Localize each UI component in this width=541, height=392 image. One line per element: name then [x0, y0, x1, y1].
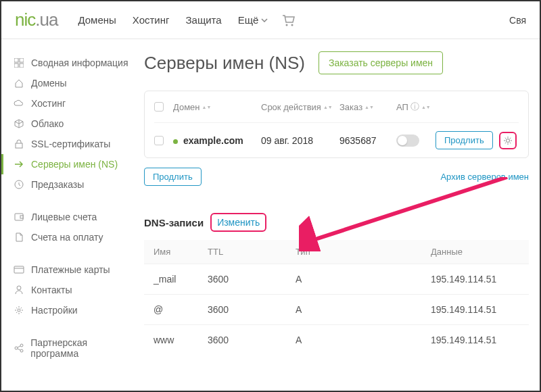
dns-row: _mail 3600 A 195.149.114.51: [144, 264, 529, 294]
dns-ttl: 3600: [208, 335, 296, 345]
table-header: Домен▲▼ Срок действия▲▼ Заказ▲▼ АП ⓘ▲▼: [154, 91, 519, 122]
svg-rect-8: [15, 214, 23, 220]
archive-link[interactable]: Архив серверов имен: [440, 172, 529, 182]
sidebar-item-label: Счета на оплату: [31, 232, 103, 243]
domain-name: example.com: [183, 135, 243, 146]
clock-icon: [14, 179, 24, 190]
svg-point-14: [15, 347, 18, 349]
sidebar-item-ssl[interactable]: SSL-сертификаты: [14, 134, 133, 154]
home-icon: [14, 78, 24, 89]
col-ap[interactable]: АП ⓘ▲▼: [396, 101, 436, 113]
dns-col-data: Данные: [431, 247, 519, 257]
card-icon: [14, 264, 24, 275]
sidebar-item-label: Облако: [31, 118, 64, 129]
select-all-checkbox[interactable]: [154, 102, 164, 112]
dns-type: A: [296, 304, 431, 315]
renew-selected-button[interactable]: Продлить: [144, 168, 202, 186]
cloud-icon: [14, 98, 24, 109]
col-order[interactable]: Заказ▲▼: [339, 102, 396, 112]
dns-col-type: Тип: [296, 247, 431, 257]
col-expiry[interactable]: Срок действия▲▼: [261, 102, 339, 112]
nav-domains[interactable]: Домены: [78, 14, 116, 26]
logo[interactable]: nic.ua: [15, 9, 57, 30]
chevron-down-icon: [261, 18, 268, 22]
sidebar-item-invoices[interactable]: Счета на оплату: [14, 227, 133, 247]
svg-point-13: [18, 309, 20, 312]
svg-point-15: [20, 344, 23, 347]
dns-name: @: [154, 304, 208, 315]
dns-ttl: 3600: [208, 274, 296, 285]
sidebar-item-cards[interactable]: Платежные карты: [14, 260, 133, 280]
order-ns-button[interactable]: Заказать серверы имен: [319, 51, 443, 74]
autorenew-toggle[interactable]: [396, 134, 419, 147]
grid-icon: [14, 57, 24, 68]
page-title: Серверы имен (NS): [144, 53, 305, 74]
svg-point-12: [17, 286, 21, 290]
row-gear-icon[interactable]: [502, 135, 513, 146]
renew-button[interactable]: Продлить: [436, 131, 493, 149]
row-checkbox[interactable]: [154, 136, 164, 145]
settings-highlight: [499, 132, 517, 149]
sidebar-item-label: Партнерская программа: [30, 337, 133, 359]
sidebar-item-label: Серверы имен (NS): [31, 159, 118, 170]
cube-icon: [14, 118, 24, 129]
dns-table-header: Имя TTL Тип Данные: [144, 240, 529, 264]
dns-type: A: [296, 335, 431, 345]
dns-table: Имя TTL Тип Данные _mail 3600 A 195.149.…: [144, 240, 529, 355]
dns-type: A: [296, 274, 431, 285]
edit-highlight: Изменить: [210, 213, 266, 232]
dns-col-name: Имя: [154, 247, 208, 257]
sidebar-item-label: Платежные карты: [31, 264, 110, 275]
sidebar-item-settings[interactable]: Настройки: [14, 300, 133, 320]
sidebar-item-summary[interactable]: Сводная информация: [14, 53, 133, 73]
sidebar-item-ns[interactable]: Серверы имен (NS): [1, 154, 133, 174]
sidebar-item-label: Хостинг: [31, 98, 66, 109]
sidebar-item-accounts[interactable]: Лицевые счета: [14, 207, 133, 227]
sidebar: Сводная информация Домены Хостинг Облако…: [1, 39, 133, 377]
nav-security[interactable]: Защита: [185, 14, 221, 26]
svg-point-1: [291, 24, 293, 26]
share-icon: [14, 343, 24, 353]
svg-rect-3: [20, 58, 24, 62]
sidebar-item-label: SSL-сертификаты: [31, 139, 110, 149]
sidebar-item-cloud[interactable]: Облако: [14, 114, 133, 134]
sidebar-item-contacts[interactable]: Контакты: [14, 280, 133, 300]
dns-row: www 3600 A 195.149.114.51: [144, 324, 529, 355]
sidebar-item-label: Лицевые счета: [31, 212, 97, 222]
sidebar-item-label: Сводная информация: [31, 57, 128, 68]
ns-table: Домен▲▼ Срок действия▲▼ Заказ▲▼ АП ⓘ▲▼ e…: [144, 91, 529, 158]
svg-point-17: [507, 139, 510, 142]
dns-data: 195.149.114.51: [431, 335, 519, 345]
svg-point-16: [20, 349, 23, 352]
col-domain[interactable]: Домен▲▼: [173, 102, 261, 112]
dns-edit-link[interactable]: Изменить: [213, 216, 264, 229]
nav-more[interactable]: Ещё: [238, 14, 268, 26]
sidebar-item-preorders[interactable]: Предзаказы: [14, 174, 133, 195]
nav-hosting[interactable]: Хостинг: [133, 14, 170, 26]
dns-ttl: 3600: [208, 304, 296, 315]
lock-icon: [14, 139, 24, 149]
svg-rect-6: [16, 143, 22, 148]
cart-icon[interactable]: [281, 14, 295, 26]
nav: Домены Хостинг Защита Ещё: [78, 14, 268, 26]
sidebar-item-partner[interactable]: Партнерская программа: [14, 333, 133, 364]
sidebar-item-domains[interactable]: Домены: [14, 73, 133, 93]
svg-rect-10: [14, 266, 24, 273]
sidebar-item-hosting[interactable]: Хостинг: [14, 93, 133, 114]
sidebar-item-label: Контакты: [31, 285, 72, 295]
arrow-icon: [14, 159, 24, 170]
dns-name: _mail: [154, 274, 208, 285]
wallet-icon: [14, 212, 24, 222]
status-dot: [173, 139, 178, 144]
svg-point-0: [286, 24, 288, 26]
content: Серверы имен (NS) Заказать серверы имен …: [133, 39, 540, 377]
contact-link[interactable]: Свя: [509, 15, 526, 26]
user-icon: [14, 285, 24, 295]
dns-data: 195.149.114.51: [431, 274, 519, 285]
dns-col-ttl: TTL: [208, 247, 296, 257]
order-number: 9635687: [339, 135, 396, 146]
expiry-date: 09 авг. 2018: [261, 135, 339, 146]
dns-row: @ 3600 A 195.149.114.51: [144, 294, 529, 324]
sidebar-item-label: Настройки: [31, 305, 78, 316]
svg-rect-5: [20, 64, 24, 68]
